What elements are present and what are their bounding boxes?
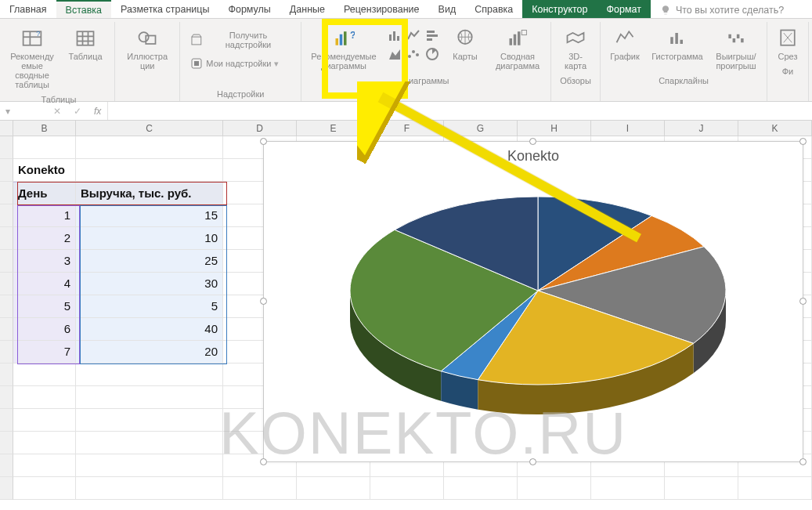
cell-day[interactable]: 6 (13, 318, 76, 341)
btn-3d-map-label: 3D-карта (558, 52, 593, 71)
cell-rev[interactable]: 20 (76, 341, 223, 364)
btn-chart-area[interactable] (386, 45, 403, 63)
btn-chart-line[interactable] (405, 27, 422, 44)
svg-rect-20 (397, 36, 399, 41)
cell-day[interactable]: 1 (13, 204, 76, 227)
tab-page-layout[interactable]: Разметка страницы (111, 0, 218, 18)
svg-rect-32 (521, 31, 526, 35)
btn-table[interactable]: Таблица (61, 24, 110, 93)
tab-view[interactable]: Вид (429, 0, 466, 18)
formula-input[interactable] (107, 102, 812, 120)
tab-design[interactable]: Конструктор (522, 0, 597, 18)
btn-sparkline-column[interactable]: Гистограмма (649, 24, 706, 74)
svg-text:?: ? (36, 30, 40, 38)
tab-data[interactable]: Данные (280, 0, 334, 18)
btn-chart-pie[interactable] (424, 45, 441, 63)
svg-point-25 (412, 50, 415, 53)
cell-rev[interactable]: 30 (76, 273, 223, 295)
pivot-table-icon: ? (21, 27, 43, 49)
btn-3d-map[interactable]: 3D-карта (556, 24, 595, 74)
table-title[interactable]: Konekto (13, 159, 76, 182)
fbar-confirm[interactable]: ✓ (67, 106, 88, 117)
tell-me[interactable]: Что вы хотите сделать? (651, 0, 793, 18)
tab-review[interactable]: Рецензирование (334, 0, 429, 18)
group-tours: 3D-карта Обзоры (551, 22, 601, 101)
ribbon-tabs: Главная Вставка Разметка страницы Формул… (0, 0, 812, 19)
btn-rec-charts-label: Рекомендуемые диаграммы (309, 52, 379, 71)
btn-get-addins-label: Получить надстройки (206, 31, 291, 49)
col-header[interactable]: K (738, 121, 812, 136)
group-charts: ? Рекомендуемые диаграммы Карты Сводная … (301, 22, 551, 101)
sparkline-winloss-icon (725, 27, 747, 49)
cell-day[interactable]: 4 (13, 273, 76, 295)
area-chart-icon (388, 47, 402, 61)
col-header[interactable]: J (665, 121, 738, 136)
name-box-dropdown[interactable]: ▾ (0, 106, 16, 117)
cell-rev[interactable]: 10 (76, 227, 223, 250)
pie-chart (334, 181, 742, 426)
group-tables-label: Таблицы (42, 93, 77, 107)
btn-chart-column[interactable] (386, 27, 403, 44)
col-header[interactable]: I (591, 121, 665, 136)
col-header[interactable]: F (370, 121, 444, 136)
group-tours-label: Обзоры (560, 74, 591, 88)
btn-maps-label: Карты (453, 52, 477, 61)
btn-my-addins[interactable]: Мои надстройки ▾ (185, 55, 296, 72)
btn-maps[interactable]: Карты (446, 24, 485, 65)
pie-chart-object[interactable]: Konekto (263, 141, 803, 462)
cell-day[interactable]: 2 (13, 227, 76, 250)
svg-rect-19 (393, 31, 395, 41)
btn-slicer-label: Срез (778, 52, 798, 61)
chart-question-icon: ? (333, 27, 355, 49)
cell-day[interactable]: 3 (13, 250, 76, 273)
btn-illustrations[interactable]: Иллюстрации (123, 24, 171, 74)
btn-sparkline-line[interactable]: График (605, 24, 644, 74)
table-header-day[interactable]: День (13, 182, 76, 204)
column-chart-icon (388, 28, 402, 42)
group-addins: Получить надстройки Мои надстройки ▾ Над… (180, 22, 301, 101)
col-header[interactable]: H (518, 121, 591, 136)
btn-recommended-charts[interactable]: ? Рекомендуемые диаграммы (306, 24, 381, 74)
svg-rect-31 (518, 31, 521, 45)
tab-help[interactable]: Справка (465, 0, 522, 18)
map3d-icon (565, 27, 586, 49)
btn-rec-pivot-tables[interactable]: ? Рекомендуемые сводные таблицы (8, 24, 56, 93)
svg-rect-34 (675, 33, 678, 44)
group-filters-label: Фи (782, 65, 794, 78)
cell-day[interactable]: 5 (13, 295, 76, 318)
fx-label[interactable]: fx (88, 106, 107, 117)
tab-formulas[interactable]: Формулы (218, 0, 280, 18)
tab-format[interactable]: Формат (597, 0, 651, 18)
btn-sparkline-winloss[interactable]: Выигрыш/проигрыш (710, 24, 762, 74)
cell-rev[interactable]: 15 (76, 204, 223, 227)
svg-rect-38 (737, 34, 740, 38)
cell-rev[interactable]: 5 (76, 295, 223, 318)
cell-rev[interactable]: 25 (76, 250, 223, 273)
fbar-cancel[interactable]: ✕ (47, 106, 67, 117)
btn-spark-col-label: Гистограмма (651, 52, 703, 61)
svg-rect-16 (344, 31, 347, 45)
btn-slicer[interactable]: Срез (772, 24, 803, 65)
btn-get-addins[interactable]: Получить надстройки (185, 28, 296, 52)
col-header[interactable]: E (297, 121, 370, 136)
btn-pivot-chart[interactable]: Сводная диаграмма (489, 24, 546, 74)
svg-rect-4 (78, 31, 94, 45)
btn-chart-scatter[interactable] (405, 45, 422, 63)
btn-spark-line-label: График (610, 52, 640, 61)
chart-title[interactable]: Konekto (264, 142, 803, 165)
cell-rev[interactable]: 40 (76, 318, 223, 341)
cell-day[interactable]: 7 (13, 341, 76, 364)
col-header[interactable]: D (223, 121, 297, 136)
addins-icon (190, 57, 203, 70)
col-header[interactable]: C (76, 121, 223, 136)
col-header[interactable]: G (444, 121, 518, 136)
table-header-rev[interactable]: Выручка, тыс. руб. (76, 182, 223, 204)
col-header[interactable]: B (13, 121, 76, 136)
globe-icon (454, 27, 476, 49)
tab-insert[interactable]: Вставка (56, 0, 111, 18)
chevron-down-icon: ▾ (274, 59, 279, 69)
sparkline-line-icon (614, 27, 636, 49)
btn-chart-bar[interactable] (424, 27, 441, 44)
tab-home[interactable]: Главная (0, 0, 56, 18)
group-filters: Срез Фи (767, 22, 809, 101)
